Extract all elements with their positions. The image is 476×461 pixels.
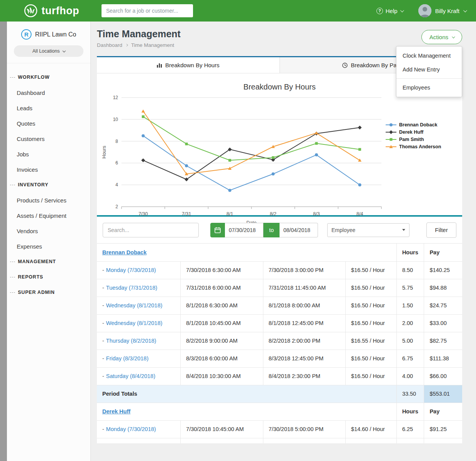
left-rail <box>0 22 7 461</box>
menu-item-employees[interactable]: Employees <box>396 81 462 95</box>
entry-start: 8/4/2018 10:30:00 AM <box>181 367 263 385</box>
actions-dropdown-menu: Clock Management Add New Entry Employees <box>396 46 462 97</box>
sidebar-section-reports[interactable]: REPORTS <box>7 269 90 285</box>
row-dash: - <box>102 320 104 326</box>
employee-header-row: Derek Huff Hours Pay <box>97 403 462 420</box>
chart-legend: Brennan DobackDerek HuffPam SmithThomas … <box>385 92 458 227</box>
entry-day-link[interactable]: Saturday (8/4/2018) <box>106 373 155 379</box>
entry-rate: $16.50 / Hour <box>346 367 397 385</box>
brand-name: turfhop <box>42 5 79 17</box>
tab-breakdown-by-hours[interactable]: Breakdown By Hours <box>97 57 280 73</box>
entry-day-link[interactable]: Thursday (8/2/2018) <box>106 338 156 344</box>
entry-pay: $33.00 <box>424 314 462 332</box>
sidebar-item-dashboard[interactable]: Dashboard <box>7 85 90 100</box>
legend-item[interactable]: Derek Huff <box>385 129 458 135</box>
date-to-input[interactable] <box>280 223 318 237</box>
legend-item[interactable]: Pam Smith <box>385 137 458 142</box>
entry-day-link[interactable]: Monday (7/30/2018) <box>106 426 156 432</box>
entry-rate: $16.50 / Hour <box>346 279 397 297</box>
company-name: RIIPL Lawn Co <box>35 31 76 38</box>
sidebar-nav: WORKFLOW Dashboard Leads Quotes Customer… <box>7 63 90 300</box>
row-dash: - <box>102 338 104 344</box>
legend-item[interactable]: Thomas Anderson <box>385 144 458 149</box>
actions-button[interactable]: Actions <box>421 30 462 44</box>
entry-start: 8/1/2018 6:30:00 AM <box>181 297 263 314</box>
turfhop-logo[interactable]: turfhop <box>24 4 79 18</box>
table-search-input[interactable] <box>103 223 199 237</box>
sidebar-item-vendors[interactable]: Vendors <box>7 223 90 239</box>
breadcrumb-dashboard[interactable]: Dashboard <box>97 42 122 48</box>
entry-day-link[interactable]: Wednesday (8/1/2018) <box>106 302 162 308</box>
table-row: -Monday (7/30/2018) 7/30/2018 6:30:00 AM… <box>97 261 462 279</box>
sidebar-item-products-services[interactable]: Products / Services <box>7 192 90 208</box>
legend-marker-icon <box>385 144 397 149</box>
table-row: -Thursday (8/2/2018) 8/2/2018 9:00:00 AM… <box>97 332 462 350</box>
pay-column-header: Pay <box>424 403 462 420</box>
sidebar-item-quotes[interactable]: Quotes <box>7 116 90 131</box>
entry-hours: 5.75 <box>396 279 424 297</box>
svg-text:8/1: 8/1 <box>226 211 233 217</box>
entry-end: 8/1/2018 8:00:00 AM <box>263 297 346 314</box>
pay-column-header: Pay <box>424 244 462 261</box>
svg-text:7/31: 7/31 <box>182 211 191 217</box>
sidebar-section-workflow[interactable]: WORKFLOW <box>7 70 90 85</box>
entry-day-link[interactable]: Tuesday (7/31/2018) <box>106 285 157 291</box>
menu-item-clock-management[interactable]: Clock Management <box>396 49 462 63</box>
employee-link[interactable]: Derek Huff <box>102 408 130 415</box>
bar-chart-icon <box>157 63 162 68</box>
filter-button[interactable]: Filter <box>426 222 456 238</box>
locations-dropdown[interactable]: All Locations <box>14 45 83 57</box>
svg-text:8/4: 8/4 <box>356 211 363 217</box>
entry-pay: $82.75 <box>424 332 462 350</box>
sidebar-section-super-admin[interactable]: SUPER ADMIN <box>7 285 90 300</box>
global-search-input[interactable] <box>102 4 193 17</box>
hours-column-header: Hours <box>396 244 424 261</box>
entry-hours: 8.50 <box>396 261 424 279</box>
entry-pay: $91.25 <box>424 420 462 438</box>
row-dash: - <box>102 285 104 291</box>
entry-pay: $140.25 <box>424 261 462 279</box>
sidebar-section-inventory[interactable]: INVENTORY <box>7 177 90 192</box>
entry-hours: 2.00 <box>396 314 424 332</box>
sidebar-section-management[interactable]: MANAGEMENT <box>7 254 90 269</box>
svg-text:Hours: Hours <box>102 146 107 158</box>
sidebar-item-assets-equipment[interactable]: Assets / Equipment <box>7 208 90 223</box>
user-menu[interactable]: Billy Kraft <box>418 4 466 17</box>
entry-rate: $16.50 / Hour <box>346 350 397 367</box>
table-row: -Tuesday (7/31/2018) 7/31/2018 6:00:00 A… <box>97 279 462 297</box>
sidebar-item-leads[interactable]: Leads <box>7 100 90 116</box>
menu-item-add-new-entry[interactable]: Add New Entry <box>396 63 462 76</box>
legend-marker-icon <box>385 130 397 134</box>
tree-dash-icon <box>10 292 15 293</box>
tree-dash-icon <box>10 185 15 185</box>
svg-text:8/2: 8/2 <box>270 211 276 217</box>
entry-pay: $66.00 <box>424 367 462 385</box>
svg-text:8/3: 8/3 <box>313 211 320 217</box>
date-from-input[interactable] <box>225 223 263 237</box>
entry-rate: $16.50 / Hour <box>346 314 397 332</box>
sidebar-item-expenses[interactable]: Expenses <box>7 239 90 254</box>
help-label: Help <box>386 8 398 14</box>
tree-dash-icon <box>10 277 15 277</box>
calendar-button[interactable] <box>210 223 225 237</box>
period-totals-label: Period Totals <box>97 385 396 403</box>
entry-day-link[interactable]: Monday (7/30/2018) <box>106 267 156 273</box>
employee-link[interactable]: Brennan Doback <box>102 249 146 255</box>
entry-end: 7/30/2018 5:00:00 PM <box>263 420 346 438</box>
svg-text:8: 8 <box>115 139 118 144</box>
sidebar-item-jobs[interactable]: Jobs <box>7 146 90 162</box>
table-row: -Wednesday (8/1/2018) 8/1/2018 6:30:00 A… <box>97 297 462 314</box>
sidebar-item-customers[interactable]: Customers <box>7 131 90 146</box>
employee-select[interactable]: Employee <box>327 223 409 237</box>
legend-item[interactable]: Brennan Doback <box>385 122 458 128</box>
help-menu[interactable]: ? Help <box>376 8 403 14</box>
entry-day-link[interactable]: Wednesday (8/1/2018) <box>106 320 162 326</box>
select-arrow-icon <box>402 229 405 231</box>
table-row: -Wednesday (8/1/2018) 8/1/2018 10:45:00 … <box>97 314 462 332</box>
chevron-down-icon <box>452 35 455 38</box>
clock-icon <box>342 63 348 68</box>
entry-day-link[interactable]: Friday (8/3/2018) <box>106 355 148 362</box>
sidebar-item-invoices[interactable]: Invoices <box>7 162 90 177</box>
tab-label: Breakdown By Pay <box>351 62 399 68</box>
employee-select-value: Employee <box>331 227 355 233</box>
